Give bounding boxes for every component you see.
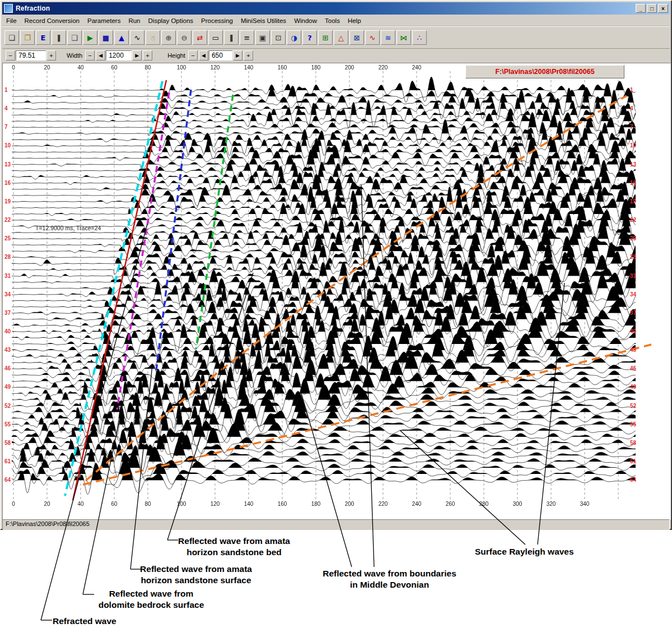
time-tick-label: 240 [412, 501, 422, 507]
trace-number: 7 [630, 124, 633, 130]
trace-number: 49 [4, 384, 11, 390]
height-minus-button[interactable]: − [188, 50, 198, 61]
hold-button[interactable]: ‖ [224, 30, 239, 45]
menu-display-options[interactable]: Display Options [144, 16, 198, 25]
annotation-line: Reflected wave from amata [109, 564, 283, 575]
picks-button[interactable]: ⊞ [318, 30, 333, 45]
new-button[interactable]: ❏ [4, 30, 19, 45]
width-plus-button[interactable]: + [143, 50, 152, 61]
time-tick-label: 220 [379, 64, 388, 71]
trace-number: 10 [630, 142, 636, 148]
annotation-refracted: Refracted wave [53, 616, 116, 627]
new-icon: ❏ [8, 34, 15, 42]
annotation-amata-surface: Reflected wave from amata horizon sandst… [109, 564, 283, 586]
time-tick-label: 200 [345, 64, 354, 71]
velocity-icon: △ [338, 34, 344, 42]
width-step-right-button[interactable]: ▶ [132, 50, 142, 61]
annotation-line: Reflected wave from boundaries [304, 568, 475, 579]
signal-button[interactable]: ∿ [365, 30, 380, 45]
open-button[interactable]: ❐ [20, 30, 35, 45]
trace-number: 16 [4, 180, 11, 186]
trace-number: 52 [4, 403, 11, 409]
hold-icon: ‖ [230, 34, 234, 42]
seismogram-canvas[interactable] [3, 63, 669, 518]
width-minus-button[interactable]: − [85, 50, 95, 61]
scale-value-field[interactable]: 79.51 [16, 50, 46, 61]
menu-help[interactable]: Help [344, 16, 365, 25]
fill-button[interactable]: ▣ [255, 30, 270, 45]
pause-button[interactable]: ‖ [52, 30, 66, 45]
zoom-in-button[interactable]: ⊕ [161, 30, 176, 45]
zoom-in-icon: ⊕ [166, 34, 172, 42]
close-button[interactable]: × [658, 4, 668, 13]
title-bar[interactable]: Refraction _ □ × [2, 2, 670, 15]
height-plus-button[interactable]: + [244, 50, 253, 61]
trace-number: 43 [4, 347, 11, 353]
refraction-window: Refraction _ □ × FileRecord ConversionPa… [0, 0, 672, 530]
display-icon: ⊡ [276, 34, 282, 42]
curves-icon: ⋈ [400, 34, 408, 42]
height-step-left-button[interactable]: ◀ [199, 50, 208, 61]
height-value-field[interactable]: 650 [209, 50, 232, 61]
help-icon: ? [307, 34, 312, 42]
sphere-button[interactable]: ◑ [287, 30, 301, 45]
menu-window[interactable]: Window [290, 16, 321, 25]
pan-button[interactable]: ☝ [146, 30, 160, 45]
trace-number: 13 [630, 161, 636, 168]
export-button[interactable]: ❑ [67, 30, 82, 45]
menu-record-conversion[interactable]: Record Conversion [21, 16, 83, 25]
trace-number: 46 [4, 365, 11, 371]
menu-parameters[interactable]: Parameters [83, 16, 124, 25]
velocity-button[interactable]: △ [334, 30, 348, 45]
time-tick-label: 20 [44, 64, 50, 71]
help-button[interactable]: ? [302, 30, 317, 45]
display-button[interactable]: ⊡ [271, 30, 286, 45]
time-tick-label: 0 [12, 501, 15, 507]
width-value-field[interactable]: 1200 [106, 50, 132, 61]
stop-button[interactable]: ■ [99, 30, 113, 45]
filter-button[interactable]: ≋ [381, 30, 395, 45]
edit-e-icon: E [41, 34, 46, 42]
bars-button[interactable]: ≡ [240, 30, 254, 45]
wiggle-button[interactable]: ∿ [130, 30, 144, 45]
zoom-out-button[interactable]: ⊖ [177, 30, 192, 45]
amplitude-button[interactable]: ▲ [114, 30, 129, 45]
menu-file[interactable]: File [2, 16, 21, 25]
trace-number: 55 [4, 421, 11, 427]
menu-run[interactable]: Run [124, 16, 144, 25]
edit-e-button[interactable]: E [36, 30, 50, 45]
export-icon: ❑ [71, 34, 78, 42]
fill-icon: ▣ [259, 34, 266, 42]
time-tick-label: 300 [513, 501, 522, 507]
signal-icon: ∿ [370, 34, 376, 42]
plot-area: 020406080100120140160180200220240 020406… [2, 63, 671, 520]
annotation-line: dolomite bedrock surface [81, 599, 221, 611]
run-button[interactable]: ▶ [83, 30, 97, 45]
trace-number: 31 [4, 273, 11, 279]
layers-button[interactable]: ⊠ [349, 30, 364, 45]
height-step-right-button[interactable]: ▶ [233, 50, 242, 61]
minimize-button[interactable]: _ [636, 4, 646, 13]
swap-button[interactable]: ⇄ [193, 30, 207, 45]
time-tick-label: 40 [77, 501, 83, 507]
status-bar: F:\Plavinas\2008\Pr08\fil20065 [2, 519, 670, 531]
trace-number: 61 [630, 458, 636, 464]
menu-tools[interactable]: Tools [321, 16, 344, 25]
menu-miniseis-utilites[interactable]: MiniSeis Utilites [237, 16, 290, 25]
bars-icon: ≡ [244, 34, 250, 42]
menu-processing[interactable]: Processing [197, 16, 237, 25]
scale-minus-button[interactable]: − [6, 50, 15, 61]
scale-plus-button[interactable]: + [46, 50, 56, 61]
curves-button[interactable]: ⋈ [396, 30, 411, 45]
maximize-button[interactable]: □ [647, 4, 657, 13]
window-box-button[interactable]: ▭ [208, 30, 223, 45]
scatter-button[interactable]: ∴ [412, 30, 427, 45]
trace-number: 16 [630, 180, 636, 186]
trace-number: 19 [4, 198, 11, 204]
control-bar: − 79.51 + Width − ◀ 1200 ▶ + Height − ◀ … [2, 48, 670, 63]
trace-number: 43 [630, 347, 636, 353]
trace-number: 64 [4, 477, 11, 483]
trace-number: 31 [630, 273, 636, 279]
width-step-left-button[interactable]: ◀ [96, 50, 105, 61]
annotation-line: Refracted wave [53, 616, 116, 627]
